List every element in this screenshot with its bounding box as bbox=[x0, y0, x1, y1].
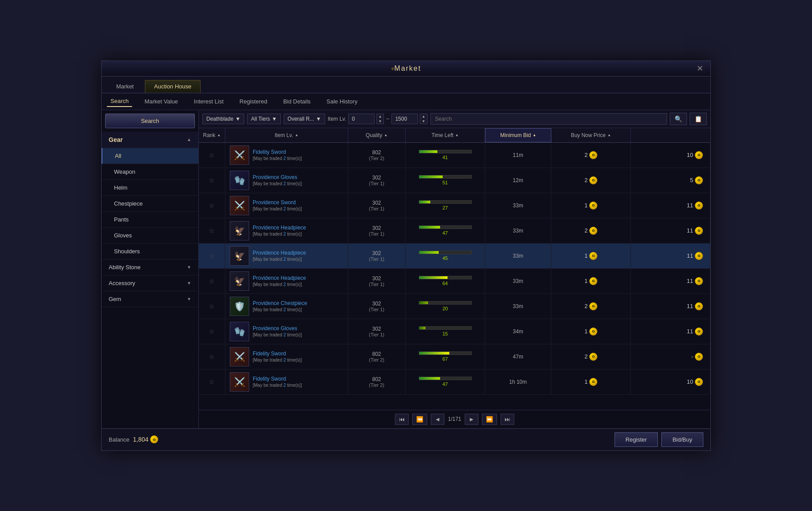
th-time-left[interactable]: Time Left ▲ bbox=[406, 128, 485, 142]
buy-cell: 10 G bbox=[631, 143, 710, 168]
item-trade: [May be traded 2 time(s)] bbox=[253, 257, 306, 262]
item-name: Providence Sword bbox=[253, 199, 302, 206]
star-cell[interactable]: ☆ bbox=[199, 370, 225, 394]
item-name: Fidelity Sword bbox=[253, 149, 302, 155]
th-min-bid[interactable]: Minimum Bid ▲ bbox=[485, 128, 551, 142]
tier-value: (Tier 1) bbox=[369, 307, 384, 312]
first-page-button[interactable]: ⏮ bbox=[395, 414, 409, 425]
item-info: Fidelity Sword [May be traded 2 time(s)] bbox=[253, 376, 302, 388]
level-min-arrows[interactable]: ▲ ▼ bbox=[376, 114, 384, 124]
sidebar-item-chestpiece[interactable]: Chestpiece bbox=[102, 196, 198, 212]
item-trade: [May be traded 2 time(s)] bbox=[253, 181, 302, 186]
level-min-up[interactable]: ▲ bbox=[377, 114, 384, 119]
nav-sale-history[interactable]: Sale History bbox=[323, 96, 361, 107]
item-name: Fidelity Sword bbox=[253, 376, 302, 382]
buy-cell: 11 G bbox=[631, 294, 710, 319]
sidebar-item-pants[interactable]: Pants bbox=[102, 212, 198, 228]
table-row[interactable]: ☆ 🧤 Providence Gloves [May be traded 2 t… bbox=[199, 168, 710, 193]
sidebar-item-gear[interactable]: Gear ▲ bbox=[102, 132, 198, 148]
item-name: Providence Headpiece bbox=[253, 250, 306, 256]
bid-buy-button[interactable]: Bid/Buy bbox=[661, 432, 703, 447]
tab-auction[interactable]: Auction House bbox=[145, 80, 201, 93]
level-cell: 302 (Tier 1) bbox=[348, 218, 406, 243]
table-row[interactable]: ☆ ⚔️ Fidelity Sword [May be traded 2 tim… bbox=[199, 344, 710, 370]
level-max-arrows[interactable]: ▲ ▼ bbox=[420, 114, 428, 124]
item-icon: 🦅 bbox=[230, 246, 249, 266]
tier-value: (Tier 1) bbox=[369, 332, 384, 337]
sidebar-item-accessory[interactable]: Accessory ▼ bbox=[102, 275, 198, 291]
item-level: 302 (Tier 1) bbox=[369, 250, 384, 262]
sidebar-item-all[interactable]: All bbox=[102, 148, 198, 164]
quality-sort-icon: ▲ bbox=[384, 133, 387, 137]
item-icon: 🦅 bbox=[230, 271, 249, 291]
search-button[interactable]: 🔍 bbox=[670, 113, 687, 125]
market-window: ◆ Market ✕ Market Auction House Search M… bbox=[101, 61, 711, 451]
nav-bid-details[interactable]: Bid Details bbox=[280, 96, 314, 107]
item-name: Fidelity Sword bbox=[253, 351, 302, 357]
table-row[interactable]: ☆ ⚔️ Providence Sword [May be traded 2 t… bbox=[199, 193, 710, 218]
last-page-button[interactable]: ⏭ bbox=[501, 414, 514, 425]
item-info: Fidelity Sword [May be traded 2 time(s)] bbox=[253, 149, 302, 161]
star-cell[interactable]: ☆ bbox=[199, 269, 225, 294]
th-buy-now[interactable]: Buy Now Price ▲ bbox=[551, 128, 631, 142]
sidebar-item-helm[interactable]: Helm bbox=[102, 180, 198, 196]
quality-display: 67 bbox=[419, 351, 472, 362]
table-row[interactable]: ☆ 🛡️ Providence Chestpiece [May be trade… bbox=[199, 294, 710, 319]
overall-filter[interactable]: Overall R... ▼ bbox=[284, 114, 325, 124]
table-row[interactable]: ☆ ⚔️ Fidelity Sword [May be traded 2 tim… bbox=[199, 370, 710, 395]
th-item-lv[interactable]: Item Lv. ▲ bbox=[225, 128, 348, 142]
list-view-button[interactable]: 📋 bbox=[690, 113, 707, 125]
star-cell[interactable]: ☆ bbox=[199, 344, 225, 369]
prev-button[interactable]: ◄ bbox=[431, 414, 444, 425]
star-cell[interactable]: ☆ bbox=[199, 193, 225, 218]
item-name: Providence Headpiece bbox=[253, 275, 306, 281]
table-row[interactable]: ☆ 🦅 Providence Headpiece [May be traded … bbox=[199, 269, 710, 294]
class-filter[interactable]: Deathblade ▼ bbox=[202, 114, 244, 124]
star-cell[interactable]: ☆ bbox=[199, 143, 225, 168]
table-row[interactable]: ☆ 🦅 Providence Headpiece [May be traded … bbox=[199, 218, 710, 244]
th-rank[interactable]: Rank ▲ bbox=[199, 128, 225, 142]
sidebar-item-shoulders[interactable]: Shoulders bbox=[102, 244, 198, 259]
item-info: Providence Gloves [May be traded 2 time(… bbox=[253, 174, 302, 186]
star-cell[interactable]: ☆ bbox=[199, 244, 225, 268]
tab-market[interactable]: Market bbox=[107, 80, 143, 93]
star-cell[interactable]: ☆ bbox=[199, 218, 225, 243]
table-row[interactable]: ☆ 🧤 Providence Gloves [May be traded 2 t… bbox=[199, 319, 710, 344]
register-button[interactable]: Register bbox=[615, 432, 658, 447]
next-button[interactable]: ► bbox=[465, 414, 478, 425]
next-fast-button[interactable]: ⏩ bbox=[482, 414, 497, 425]
item-name: Providence Chestpiece bbox=[253, 300, 307, 306]
sidebar-item-weapon[interactable]: Weapon bbox=[102, 164, 198, 180]
nav-registered[interactable]: Registered bbox=[236, 96, 271, 107]
nav-interest[interactable]: Interest List bbox=[190, 96, 227, 107]
star-cell[interactable]: ☆ bbox=[199, 319, 225, 344]
th-quality[interactable]: Quality ▲ bbox=[348, 128, 406, 142]
table-row[interactable]: ☆ 🦅 Providence Headpiece [May be traded … bbox=[199, 244, 710, 269]
table-row[interactable]: ☆ ⚔️ Fidelity Sword [May be traded 2 tim… bbox=[199, 143, 710, 168]
level-min-down[interactable]: ▼ bbox=[377, 119, 384, 124]
star-cell[interactable]: ☆ bbox=[199, 294, 225, 319]
star-cell[interactable]: ☆ bbox=[199, 168, 225, 193]
tier-filter[interactable]: All Tiers ▼ bbox=[247, 114, 281, 124]
close-button[interactable]: ✕ bbox=[697, 64, 703, 73]
quality-display: 51 bbox=[419, 175, 472, 185]
quality-number: 45 bbox=[442, 256, 448, 261]
table-body: ☆ ⚔️ Fidelity Sword [May be traded 2 tim… bbox=[199, 143, 710, 410]
quality-bar bbox=[419, 200, 472, 204]
level-max-down[interactable]: ▼ bbox=[420, 119, 427, 124]
quality-display: 45 bbox=[419, 251, 472, 261]
sidebar-item-gloves[interactable]: Gloves bbox=[102, 228, 198, 244]
sidebar-item-ability-stone[interactable]: Ability Stone ▼ bbox=[102, 259, 198, 275]
level-max-input[interactable] bbox=[391, 114, 418, 124]
buy-gold-icon: G bbox=[695, 302, 703, 310]
buy-value: 11 bbox=[687, 202, 693, 209]
search-input[interactable] bbox=[430, 113, 667, 125]
level-min-input[interactable] bbox=[348, 114, 375, 124]
level-cell: 302 (Tier 1) bbox=[348, 294, 406, 319]
prev-fast-button[interactable]: ⏪ bbox=[412, 414, 427, 425]
nav-search[interactable]: Search bbox=[107, 96, 132, 107]
sidebar-item-gem[interactable]: Gem ▼ bbox=[102, 291, 198, 307]
nav-market-value[interactable]: Market Value bbox=[141, 96, 182, 107]
sidebar-search-button[interactable]: Search bbox=[105, 114, 195, 128]
level-max-up[interactable]: ▲ bbox=[420, 114, 427, 119]
